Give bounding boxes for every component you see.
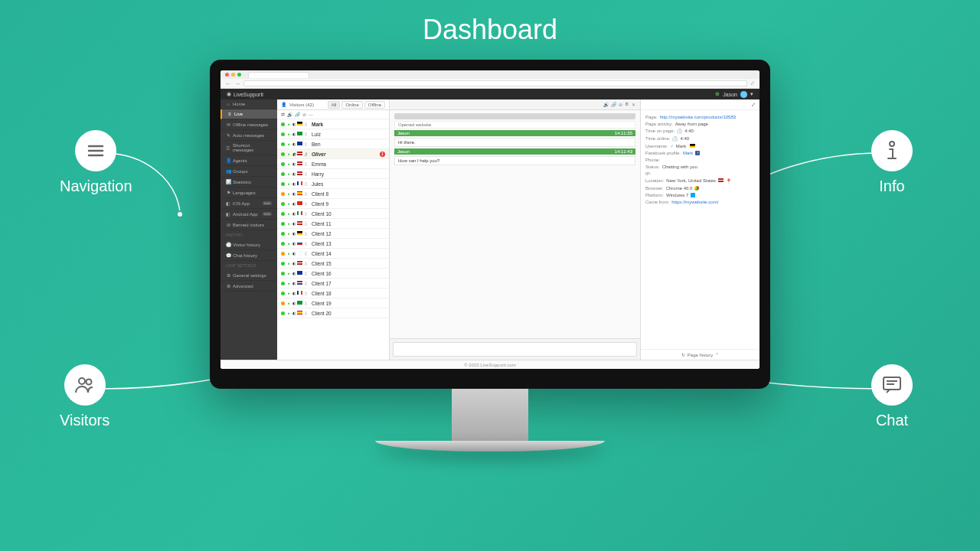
more-icon[interactable]: ⋯ — [309, 112, 313, 117]
sound-icon[interactable]: 🔊 — [603, 102, 609, 107]
flag-icon — [297, 271, 302, 275]
user-icon: 👤 — [281, 102, 286, 107]
sidebar-item[interactable]: ✉Offline messages — [220, 119, 277, 130]
visitor-row[interactable]: ●◐▯Jules — [277, 179, 389, 189]
sidebar-item[interactable]: ⚑Languages — [220, 187, 277, 198]
browser-icon: ◐ — [292, 271, 296, 276]
sidebar-item[interactable]: 👤Agents — [220, 155, 277, 166]
visitor-row[interactable]: ●◐▯Client 16 — [277, 269, 389, 279]
transcript-icon[interactable]: 🗎 — [625, 102, 629, 107]
visitor-row[interactable]: ●◐▯Client 18 — [277, 289, 389, 298]
visitor-row[interactable]: ●◐▯Client 17 — [277, 279, 389, 289]
visitor-row[interactable]: ●◐▯Mark — [277, 119, 389, 129]
sidebar-item[interactable]: ⚙General settings — [220, 270, 277, 281]
visitor-row[interactable]: ●◐▯Ben — [277, 139, 389, 149]
close-chat-icon[interactable]: ✕ — [632, 102, 635, 107]
sidebar-item[interactable]: ⌂Home — [220, 99, 277, 109]
sidebar-item-label: Live — [234, 112, 243, 116]
visitors-panel: 👤 Visitors (42) All Online Offline ⇄ 🔊 🔗… — [277, 99, 389, 360]
page-link[interactable]: http://mywebsite.com/products/10583 — [660, 115, 736, 119]
window-minimize-icon[interactable] — [231, 73, 235, 77]
chat-input[interactable] — [393, 342, 637, 357]
referrer-link[interactable]: https://mywebsite.com/ — [671, 200, 718, 204]
visitor-row[interactable]: ●◐▯Client 15 — [277, 259, 389, 269]
filter-online[interactable]: Online — [341, 101, 362, 109]
info-label: Phone: — [645, 158, 660, 162]
visitor-row[interactable]: ●◐▯Emma — [277, 159, 389, 169]
avatar[interactable] — [740, 91, 747, 98]
sidebar-item[interactable]: ✎Auto messages — [220, 130, 277, 141]
forward-icon[interactable]: → — [234, 80, 240, 87]
sidebar-item[interactable]: ⚙Advanced — [220, 281, 277, 292]
url-input[interactable] — [243, 80, 747, 86]
sidebar-icon: ⌂ — [226, 102, 230, 106]
add-icon[interactable]: ⊕ — [715, 91, 720, 97]
visitor-row[interactable]: ●◐▯Client 10 — [277, 209, 389, 219]
device-icon: ▯ — [303, 221, 308, 226]
device-icon: ▯ — [303, 171, 308, 176]
visitor-row[interactable]: ●◐▯Client 11 — [277, 219, 389, 229]
visitor-row[interactable]: ●◐▯Client 8 — [277, 189, 389, 199]
online-icon: ● — [286, 311, 291, 315]
back-icon[interactable]: ← — [225, 80, 231, 87]
online-icon: ● — [286, 171, 291, 176]
visitor-row[interactable]: ●◐▯Oliver1 — [277, 149, 389, 159]
browser-icon: ◐ — [292, 132, 296, 136]
filter-all[interactable]: All — [328, 101, 341, 109]
visitor-row[interactable]: ●◐▯Client 19 — [277, 298, 389, 308]
user-name[interactable]: Jason — [723, 92, 737, 97]
ban-icon[interactable]: ⊘ — [302, 112, 306, 117]
online-icon: ● — [286, 271, 291, 276]
ban-icon[interactable]: ⊘ — [619, 102, 622, 107]
brand-name: LiveSupporti — [234, 92, 263, 97]
info-panel: ⤢ Page:http://mywebsite.com/products/105… — [640, 99, 760, 360]
visitor-row[interactable]: ●◐▯Luiz — [277, 129, 389, 139]
attach-icon[interactable]: 🔗 — [611, 102, 616, 107]
status-icon — [281, 272, 285, 276]
visitor-row[interactable]: ●◐▯Client 20 — [277, 308, 389, 318]
fb-link[interactable]: Mark — [683, 151, 693, 155]
attach-icon[interactable]: 🔗 — [295, 112, 300, 117]
callout-visitors: Visitors — [60, 364, 109, 429]
info-value: New York, United States — [666, 178, 716, 184]
sidebar-item[interactable]: ◧iOS Appbeta — [220, 198, 277, 209]
visitor-row[interactable]: ●◐▯Client 9 — [277, 199, 389, 209]
flag-icon — [297, 161, 302, 165]
visitor-name: Client 10 — [312, 211, 332, 217]
sidebar-icon: ⚙ — [226, 283, 230, 289]
visitor-row[interactable]: ●◐▯Client 14 — [277, 249, 389, 259]
page-history-toggle[interactable]: ↻Page history⌃ — [641, 349, 760, 360]
visitor-name: Client 9 — [312, 201, 328, 207]
transfer-icon[interactable]: ⇄ — [281, 112, 285, 117]
sidebar-item[interactable]: 👥Groups — [220, 166, 277, 177]
sidebar-item[interactable]: ◧Android Appbeta — [220, 209, 277, 220]
visitor-row[interactable]: ●◐▯Client 13 — [277, 239, 389, 249]
expand-icon[interactable]: ⤢ — [751, 102, 756, 108]
sidebar-item[interactable]: ⊘Banned visitors — [220, 220, 277, 230]
sidebar-item[interactable]: 💬Chat history — [220, 250, 277, 261]
sidebar-item[interactable]: ☰Shortcut messages — [220, 141, 277, 155]
chevron-down-icon[interactable]: ▾ — [750, 91, 753, 97]
message-body: Hi there. — [394, 138, 635, 147]
sidebar-item[interactable]: ≡Live — [220, 109, 277, 119]
visitor-row[interactable]: ●◐▯Harry — [277, 169, 389, 179]
window-maximize-icon[interactable] — [237, 73, 241, 77]
expand-icon[interactable]: ⤢ — [750, 80, 755, 86]
refresh-icon: ↻ — [681, 352, 685, 357]
browser-tab[interactable] — [248, 72, 309, 78]
device-icon: ▯ — [303, 211, 308, 216]
status-icon — [281, 162, 285, 166]
visitor-name: Oliver — [312, 152, 325, 157]
sidebar-section: CHAT SETTINGS — [220, 261, 277, 270]
info-label: Came from: — [645, 200, 669, 204]
info-value: Mark — [676, 144, 686, 148]
sidebar-item[interactable]: 📊Statistics — [220, 177, 277, 187]
sidebar-icon: ✉ — [226, 122, 230, 127]
visitor-row[interactable]: ●◐▯Client 12 — [277, 229, 389, 239]
filter-offline[interactable]: Offline — [364, 101, 385, 109]
sound-icon[interactable]: 🔊 — [287, 112, 292, 117]
sidebar-item-label: Visitor history — [233, 243, 260, 247]
users-icon — [64, 364, 106, 406]
window-close-icon[interactable] — [225, 73, 229, 77]
sidebar-item[interactable]: 🕓Visitor history — [220, 240, 277, 250]
